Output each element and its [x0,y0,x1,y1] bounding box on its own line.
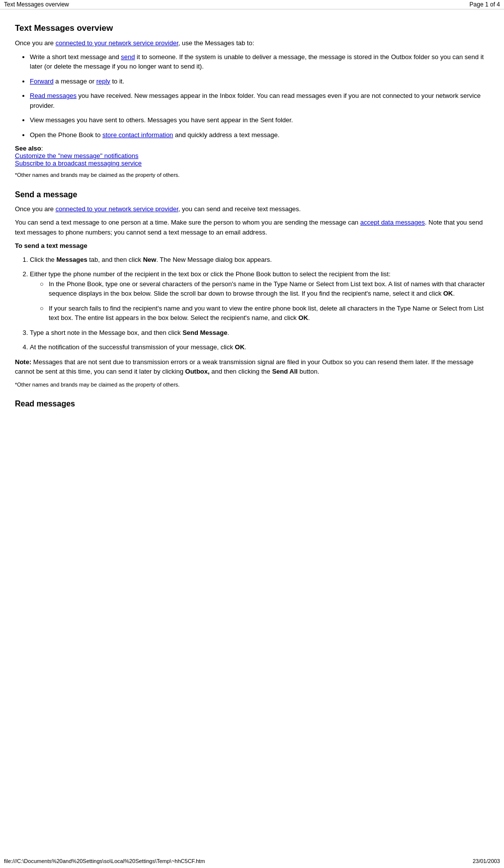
step-3: Type a short note in the Message box, an… [30,328,489,338]
step1-bold: Messages [56,256,87,263]
footer-date: 23/01/2003 [473,858,500,864]
connected-link-1[interactable]: connected to your network service provid… [56,39,178,47]
disclaimer-1: *Other names and brands may be claimed a… [15,171,489,179]
footer-bar: file:///C:\Documents%20and%20Settings\so… [0,858,504,864]
see-also-link-2[interactable]: Subscribe to a broadcast messaging servi… [15,159,142,167]
see-also-link-1[interactable]: Customize the "new message" notification… [15,152,138,159]
bullet-item-4: View messages you have sent to others. M… [30,115,489,125]
features-list: Write a short text message and send it t… [30,52,489,140]
sub1-bold: OK [443,290,453,297]
intro-text2: , use the Messages tab to: [178,39,254,47]
step-2: Either type the phone number of the reci… [30,269,489,323]
intro-paragraph: Once you are connected to your network s… [15,38,489,48]
page-title: Text Messages overview [15,23,489,33]
note-bold2: Send All [272,368,298,375]
header-title: Text Messages overview [4,1,69,8]
send-link[interactable]: send [121,53,135,61]
read-messages-title: Read messages [15,399,489,408]
step4-post: . [245,343,247,351]
note-paragraph: Note: Messages that are not sent due to … [15,357,489,377]
step3-bold: Send Message [182,329,227,336]
bullet-item-2: Forward a message or reply to it. [30,77,489,86]
send-message-title: Send a message [15,190,489,199]
note-bold1: Outbox, [185,368,210,375]
steps-list: Click the Messages tab, and then click N… [30,255,489,352]
bullet5-pre: Open the Phone Book to [30,131,102,139]
send-intro1-post: , you can send and receive text messages… [178,205,301,213]
bullet-item-1: Write a short text message and send it t… [30,52,489,72]
step-4: At the notification of the successful tr… [30,342,489,352]
step1-bold2: New [143,256,157,263]
bullet-item-3: Read messages you have received. New mes… [30,91,489,110]
sub1-text: In the Phone Book, type one or several c… [49,280,485,298]
step1-pre: Click the [30,256,56,263]
sub-steps-list: In the Phone Book, type one or several c… [40,279,489,323]
header-page-info: Page 1 of 4 [470,1,500,8]
step3-pre: Type a short note in the Message box, an… [30,329,182,336]
send-intro2-pre: You can send a text message to one perso… [15,219,360,226]
step3-post: . [227,329,229,336]
bullet3-post: you have received. New messages appear i… [30,92,481,109]
sub2-text: If your search fails to find the recipie… [49,305,484,322]
store-contact-link[interactable]: store contact information [102,131,173,139]
bullet2-post: to it. [110,78,124,85]
disclaimer-2: *Other names and brands may be claimed a… [15,381,489,389]
step4-pre: At the notification of the successful tr… [30,343,235,351]
main-content: Text Messages overview Once you are conn… [0,9,504,443]
header-bar: Text Messages overview Page 1 of 4 [0,0,504,9]
bullet1-pre: Write a short text message and [30,53,121,61]
step2-pre: Either type the phone number of the reci… [30,270,391,278]
intro-text: Once you are [15,39,56,47]
connected-link-2[interactable]: connected to your network service provid… [56,205,178,213]
sub-step-1: In the Phone Book, type one or several c… [40,279,489,299]
sub2-bold: OK [298,314,308,321]
step1-post: . The New Message dialog box appears. [156,256,271,263]
bullet-item-5: Open the Phone Book to store contact inf… [30,130,489,140]
sub1-post: . [453,290,455,297]
accept-data-link[interactable]: accept data messages [360,219,425,226]
read-messages-link[interactable]: Read messages [30,92,77,99]
step-1: Click the Messages tab, and then click N… [30,255,489,265]
note-text2: and then clicking the [210,368,272,375]
sub-step-2: If your search fails to find the recipie… [40,304,489,323]
step4-bold: OK [235,343,245,351]
reply-link[interactable]: reply [96,78,110,85]
bullet4-text: View messages you have sent to others. M… [30,116,293,124]
forward-link[interactable]: Forward [30,78,54,85]
note-text3: button. [298,368,319,375]
send-intro1-pre: Once you are [15,205,56,213]
see-also-block: See also: Customize the "new message" no… [15,145,489,167]
bullet2-mid: a message or [54,78,96,85]
send-intro-1: Once you are connected to your network s… [15,204,489,214]
sub2-post: . [308,314,310,321]
note-pre: Note: [15,358,31,366]
step1-mid: tab, and then click [87,256,143,263]
send-steps-title: To send a text message [15,241,489,251]
footer-path: file:///C:\Documents%20and%20Settings\so… [4,858,205,864]
send-intro-2: You can send a text message to one perso… [15,218,489,237]
see-also-label: See also [15,145,41,152]
see-also-colon: : [41,145,43,152]
bullet5-post: and quickly address a text message. [173,131,279,139]
